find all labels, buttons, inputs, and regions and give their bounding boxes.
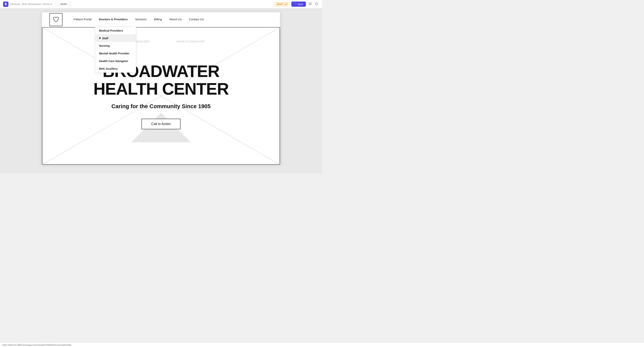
hero-cta-button[interactable]: Call to Action: [142, 119, 180, 129]
bell-icon: [315, 2, 318, 5]
page-counter: 34/34: [60, 3, 67, 5]
chevron-down-icon: [50, 3, 52, 5]
expand-icon: [308, 2, 312, 5]
nav-item-billing[interactable]: Billing: [150, 12, 166, 27]
nav-item-about-us[interactable]: About Us: [166, 12, 185, 27]
sync-icon: [294, 3, 296, 5]
notifications-button[interactable]: [314, 1, 319, 7]
site-logo: [50, 13, 62, 26]
topbar-right: DRAFT v67 Sync: [275, 1, 319, 7]
page-navigation: ‹ 34/34 ›: [56, 2, 72, 6]
breadcrumb: Personal / BHC Wireframes / Home: [10, 3, 52, 5]
dropdown-item-health-care-nav[interactable]: Health Care Navigator: [96, 57, 136, 65]
site-nav: Patient Portal Doctors & Providers Medic…: [42, 12, 280, 27]
breadcrumb-home[interactable]: Home: [43, 3, 52, 5]
figma-icon: [4, 3, 7, 6]
dropdown-item-nursing[interactable]: Nursing: [96, 42, 136, 50]
dropdown-item-staff[interactable]: Staff: [96, 34, 136, 42]
heart-logo-icon: [52, 16, 60, 23]
sync-button[interactable]: Sync: [291, 1, 306, 7]
breadcrumb-bhc[interactable]: BHC Wireframes: [22, 3, 41, 5]
nav-item-contact-us[interactable]: Contact Us: [185, 12, 208, 27]
topbar: Personal / BHC Wireframes / Home ‹ 34/34…: [0, 0, 322, 8]
breadcrumb-sep1: /: [20, 3, 21, 5]
draft-badge: DRAFT v67: [275, 2, 290, 6]
topbar-left: Personal / BHC Wireframes / Home ‹ 34/34…: [3, 1, 72, 7]
dropdown-menu: Medical Providers Staff Nursing Mental H…: [95, 26, 136, 73]
prev-page-button[interactable]: ‹: [56, 2, 60, 6]
breadcrumb-personal[interactable]: Personal: [10, 3, 20, 5]
hero-subtitle: Caring for the Community Since 1905: [93, 103, 228, 109]
website-frame: Patient Portal Doctors & Providers Medic…: [42, 12, 280, 164]
hero-section: IMAGE PLACEHOLDER IMAGE PLACEHOLDER BROA…: [42, 27, 280, 165]
nav-item-doctors-providers[interactable]: Doctors & Providers Medical Providers St…: [95, 12, 132, 27]
expand-button[interactable]: [308, 1, 312, 7]
figma-logo: [3, 1, 8, 7]
nav-item-patient-portal[interactable]: Patient Portal: [70, 12, 95, 27]
selected-indicator: [99, 37, 100, 39]
nav-items: Patient Portal Doctors & Providers Medic…: [70, 12, 208, 27]
svg-text:IMAGE PLACEHOLDER: IMAGE PLACEHOLDER: [176, 40, 205, 43]
next-page-button[interactable]: ›: [67, 2, 72, 6]
nav-item-services[interactable]: Services: [132, 12, 150, 27]
breadcrumb-sep2: /: [42, 3, 42, 5]
main-area: Patient Portal Doctors & Providers Medic…: [0, 8, 322, 173]
dropdown-item-mental-health[interactable]: Mental Health Provider: [96, 49, 136, 57]
preview-container: Patient Portal Doctors & Providers Medic…: [0, 8, 322, 173]
dropdown-item-bhc-auxillery[interactable]: BHC Auxillery: [96, 65, 136, 72]
dropdown-item-medical-providers[interactable]: Medical Providers: [96, 27, 136, 34]
